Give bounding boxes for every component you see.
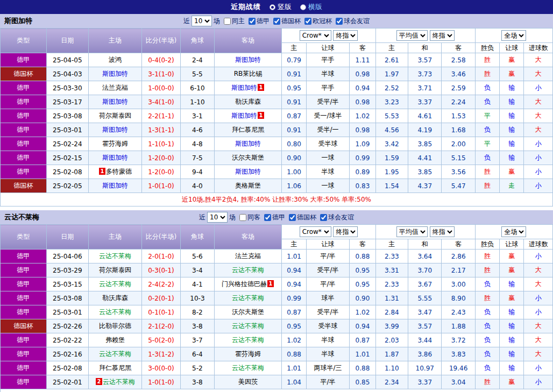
- corner-cell: 9-4: [181, 165, 214, 179]
- odds-cell: 0.95: [350, 277, 375, 291]
- home-team-cell[interactable]: 2云达不莱梅: [89, 375, 142, 389]
- home-team-cell[interactable]: 1多特蒙德: [89, 165, 142, 179]
- odds-cell: 3.71: [408, 81, 442, 95]
- home-team-name: 勒沃库森: [102, 294, 128, 302]
- away-team-cell[interactable]: 云达不莱梅: [214, 333, 282, 347]
- away-team-cell[interactable]: 斯图加特: [214, 165, 282, 179]
- away-team-cell[interactable]: 云达不莱梅: [214, 291, 282, 305]
- match-count-select[interactable]: 10: [192, 16, 212, 26]
- home-team-cell[interactable]: 拜仁慕尼黑: [89, 361, 142, 375]
- layout-radio-vertical[interactable]: 竖版: [270, 2, 292, 12]
- away-team-cell[interactable]: 斯图加特1: [214, 109, 282, 123]
- away-team-cell[interactable]: 奥格斯堡: [214, 179, 282, 193]
- odds-cell: 0.94: [282, 277, 306, 291]
- away-team-cell[interactable]: RB莱比锡: [214, 67, 282, 81]
- radio-unselected-icon[interactable]: [300, 4, 306, 10]
- home-team-cell[interactable]: 斯图加特: [89, 67, 142, 81]
- filter-check-0-1[interactable]: 德甲: [246, 17, 270, 26]
- home-team-cell[interactable]: 云达不莱梅: [89, 347, 142, 361]
- home-team-cell[interactable]: 荷尔斯泰因: [89, 109, 142, 123]
- home-team-cell[interactable]: 斯图加特: [89, 95, 142, 109]
- filter-checkbox[interactable]: [273, 18, 280, 25]
- home-team-cell[interactable]: 霍芬海姆: [89, 137, 142, 151]
- home-team-cell[interactable]: 斯图加特: [89, 123, 142, 137]
- away-team-cell[interactable]: 沃尔夫斯堡: [214, 305, 282, 319]
- home-team-cell[interactable]: 云达不莱梅: [89, 305, 142, 319]
- league-cell: 德甲: [1, 123, 47, 137]
- home-team-cell[interactable]: 弗赖堡: [89, 333, 142, 347]
- home-team-cell[interactable]: 法兰克福: [89, 81, 142, 95]
- match-count-select[interactable]: 10: [207, 212, 228, 223]
- odds-source-select[interactable]: 终指: [333, 226, 358, 237]
- filter-check-1-3[interactable]: 球会友谊: [318, 213, 354, 222]
- away-team-cell[interactable]: 霍芬海姆: [214, 347, 282, 361]
- odds-source-select[interactable]: 终指: [430, 30, 455, 41]
- odds-source-select[interactable]: 平均值: [396, 30, 428, 41]
- filter-check-0-4[interactable]: 球会友谊: [334, 17, 370, 26]
- odds-cell: 4.37: [408, 179, 442, 193]
- away-team-cell[interactable]: 门兴格拉德巴赫1: [214, 277, 282, 291]
- filter-check-1-2[interactable]: 德国杯: [287, 213, 316, 222]
- odds-group-2: 平均值 终指: [375, 225, 475, 239]
- odds-source-select[interactable]: 全场: [501, 30, 526, 41]
- away-team-cell[interactable]: 斯图加特: [214, 137, 282, 151]
- filter-checkbox[interactable]: [304, 18, 311, 25]
- filter-checkbox[interactable]: [224, 18, 231, 25]
- filter-check-1-0[interactable]: 同客: [237, 213, 260, 222]
- home-team-cell[interactable]: 云达不莱梅: [89, 250, 142, 263]
- filter-check-0-2[interactable]: 德国杯: [271, 17, 301, 26]
- odds-cell: 3.44: [408, 333, 442, 347]
- away-team-cell[interactable]: 斯图加特: [214, 53, 282, 67]
- away-team-cell[interactable]: 法兰克福: [214, 250, 282, 263]
- away-team-cell[interactable]: 沃尔夫斯堡: [214, 151, 282, 165]
- odds-source-select[interactable]: 终指: [333, 30, 358, 41]
- filter-check-0-0[interactable]: 同主: [222, 17, 245, 26]
- filter-checkbox[interactable]: [239, 214, 246, 221]
- odds-source-select[interactable]: 全场: [501, 226, 526, 237]
- away-team-cell[interactable]: 云达不莱梅: [214, 319, 282, 333]
- away-team-cell[interactable]: 云达不莱梅: [214, 263, 282, 277]
- team-name: 云达不莱梅: [0, 212, 39, 222]
- filter-check-0-3[interactable]: 欧冠杯: [302, 17, 332, 26]
- home-team-name: 法兰克福: [102, 84, 128, 91]
- handicap-cell: 受半/一: [306, 123, 350, 137]
- away-team-cell[interactable]: 云达不莱梅: [214, 361, 282, 375]
- filter-checkbox[interactable]: [289, 214, 296, 221]
- home-team-cell[interactable]: 勒沃库森: [89, 291, 142, 305]
- odds-source-select[interactable]: Crow*: [300, 226, 331, 237]
- away-team-cell[interactable]: 勒沃库森: [214, 95, 282, 109]
- odds-cell: 0.99: [350, 151, 375, 165]
- filter-checkbox[interactable]: [249, 18, 256, 25]
- home-team-cell[interactable]: 斯图加特: [89, 151, 142, 165]
- away-team-cell[interactable]: 美因茨: [214, 375, 282, 389]
- home-team-cell[interactable]: 波鸿: [89, 53, 142, 67]
- home-team-cell[interactable]: 斯图加特: [89, 179, 142, 193]
- odds-cell: 1.11: [350, 53, 375, 67]
- home-team-cell[interactable]: 比勒菲尔德: [89, 319, 142, 333]
- away-team-cell[interactable]: 斯图加特1: [214, 81, 282, 95]
- filter-checkbox[interactable]: [264, 214, 271, 221]
- home-team-cell[interactable]: 荷尔斯泰因: [89, 263, 142, 277]
- layout-radio-horizontal[interactable]: 横版: [300, 2, 322, 12]
- away-team-cell[interactable]: 拜仁慕尼黑: [214, 123, 282, 137]
- odds-cell: 1.97: [375, 67, 408, 81]
- result-cell: 大: [524, 67, 553, 81]
- result-cell: 负: [475, 123, 499, 137]
- radio-selected-icon[interactable]: [270, 4, 275, 10]
- sub-header: 主: [282, 43, 306, 53]
- filter-check-label: 德国杯: [281, 17, 301, 26]
- league-cell: 德甲: [1, 291, 47, 305]
- filter-checkbox[interactable]: [336, 18, 343, 25]
- score-cell: 0-1(0-1): [141, 305, 180, 319]
- odds-source-select[interactable]: 终指: [430, 226, 455, 237]
- odds-source-select[interactable]: Crow*: [300, 30, 331, 41]
- odds-source-select[interactable]: 平均值: [396, 226, 428, 237]
- home-team-cell[interactable]: 云达不莱梅: [89, 277, 142, 291]
- filter-checkbox[interactable]: [320, 214, 327, 221]
- result-cell: 平: [475, 109, 499, 123]
- odds-cell: 0.87: [350, 333, 375, 347]
- odds-cell: 3.83: [442, 347, 475, 361]
- filter-check-1-1[interactable]: 德甲: [262, 213, 285, 222]
- odds-cell: 0.91: [282, 67, 306, 81]
- card-badge: 1: [99, 168, 105, 175]
